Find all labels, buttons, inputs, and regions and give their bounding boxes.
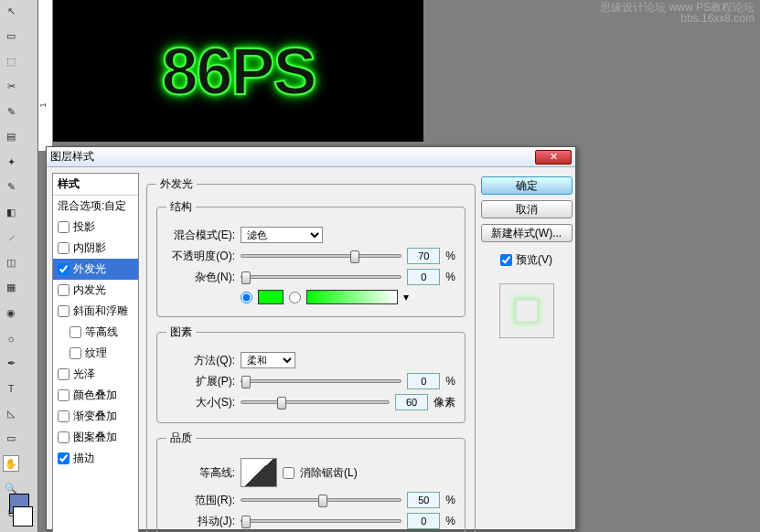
tool-eyedropper[interactable]: ✎ xyxy=(3,103,19,120)
preview-box xyxy=(499,283,554,338)
range-label: 范围(R): xyxy=(166,493,235,508)
tool-hand[interactable]: ✋ xyxy=(3,455,19,472)
style-list: 样式 混合选项:自定 投影 内阴影 外发光 内发光 斜面和浮雕 等高线 纹理 光… xyxy=(52,173,139,532)
new-style-button[interactable]: 新建样式(W)... xyxy=(481,224,573,242)
blend-options[interactable]: 混合选项:自定 xyxy=(53,196,138,217)
ok-button[interactable]: 确定 xyxy=(481,176,573,195)
jitter-input[interactable] xyxy=(407,513,440,529)
color-radio[interactable] xyxy=(241,292,252,303)
blendmode-select[interactable]: 滤色 xyxy=(241,227,323,243)
close-button[interactable]: ✕ xyxy=(535,150,572,165)
canvas[interactable]: 86PS xyxy=(53,0,423,142)
tool-shape[interactable]: ▭ xyxy=(3,431,19,447)
tool-pen[interactable]: ✒ xyxy=(3,355,19,371)
watermark: 思缘设计论坛 www PS教程论坛 bbs.16xx8.com xyxy=(600,2,755,24)
tool-history[interactable]: ⟋ xyxy=(3,229,19,246)
technique-select[interactable]: 柔和 xyxy=(241,352,295,368)
spread-label: 扩展(P): xyxy=(166,374,235,389)
vertical-ruler: 1 xyxy=(38,0,53,151)
style-patternoverlay[interactable]: 图案叠加 xyxy=(53,427,138,448)
outerglow-legend: 外发光 xyxy=(156,176,197,192)
tool-marquee[interactable]: ▭ xyxy=(3,28,19,45)
tool-heal[interactable]: ✦ xyxy=(3,154,19,170)
tool-lasso[interactable]: ⬚ xyxy=(3,53,19,69)
opacity-label: 不透明度(O): xyxy=(166,249,235,264)
tool-brush[interactable]: ✎ xyxy=(3,179,19,196)
range-slider[interactable] xyxy=(241,498,401,502)
size-input[interactable] xyxy=(395,394,428,410)
contour-picker[interactable] xyxy=(241,458,277,487)
antialias-checkbox[interactable] xyxy=(283,467,294,479)
tools-toolbar: ↖ ▭ ⬚ ✂ ✎ ▤ ✦ ✎ ◧ ⟋ ◫ ▦ ◉ ☼ ✒ T ◺ ▭ ✋ 🔍 … xyxy=(0,0,38,532)
tool-dodge[interactable]: ☼ xyxy=(3,330,19,346)
gradient-radio[interactable] xyxy=(289,292,301,303)
style-coloroverlay[interactable]: 颜色叠加 xyxy=(53,385,138,406)
dialog-title: 图层样式 xyxy=(50,149,94,165)
style-innershadow[interactable]: 内阴影 xyxy=(53,238,138,259)
style-innerglow[interactable]: 内发光 xyxy=(53,280,138,301)
noise-slider[interactable] xyxy=(241,275,401,279)
background-color[interactable] xyxy=(13,506,33,527)
noise-label: 杂色(N): xyxy=(166,270,235,285)
style-stroke[interactable]: 描边 xyxy=(53,448,138,469)
opacity-slider[interactable] xyxy=(241,254,401,258)
spread-input[interactable] xyxy=(407,373,440,389)
layer-style-dialog: 图层样式 ✕ 样式 混合选项:自定 投影 内阴影 外发光 内发光 斜面和浮雕 等… xyxy=(46,146,576,530)
outerglow-fieldset: 外发光 结构 混合模式(E): 滤色 不透明度(O): % 杂色(N): xyxy=(146,176,476,532)
quality-fieldset: 品质 等高线: 消除锯齿(L) 范围(R): % 抖动(J): xyxy=(156,431,466,532)
tool-blur[interactable]: ◉ xyxy=(3,304,19,321)
contour-label: 等高线: xyxy=(166,465,235,481)
structure-fieldset: 结构 混合模式(E): 滤色 不透明度(O): % 杂色(N): xyxy=(156,199,466,317)
dialog-right-panel: 确定 取消 新建样式(W)... 预览(V) xyxy=(483,173,570,532)
settings-panel: 外发光 结构 混合模式(E): 滤色 不透明度(O): % 杂色(N): xyxy=(143,173,479,532)
tool-crop[interactable]: ✂ xyxy=(3,79,19,95)
opacity-input[interactable] xyxy=(407,248,440,264)
style-contour[interactable]: 等高线 xyxy=(53,322,138,343)
size-label: 大小(S): xyxy=(166,395,235,410)
tool-quickselect[interactable]: ▤ xyxy=(3,129,19,145)
tool-stamp[interactable]: ◧ xyxy=(3,204,19,220)
glow-color-swatch[interactable] xyxy=(258,290,284,304)
preview-thumbnail xyxy=(514,298,540,324)
dropdown-icon[interactable]: ▾ xyxy=(403,291,409,303)
tool-gradient[interactable]: ▦ xyxy=(3,280,19,296)
cancel-button[interactable]: 取消 xyxy=(481,200,573,218)
color-swatches[interactable] xyxy=(0,494,38,527)
preview-checkbox[interactable] xyxy=(500,254,512,266)
style-list-header: 样式 xyxy=(53,174,138,196)
style-satin[interactable]: 光泽 xyxy=(53,364,138,385)
jitter-label: 抖动(J): xyxy=(166,514,235,529)
tool-move[interactable]: ↖ xyxy=(3,3,19,19)
jitter-slider[interactable] xyxy=(241,519,401,523)
technique-label: 方法(Q): xyxy=(166,353,235,368)
style-texture[interactable]: 纹理 xyxy=(53,343,138,364)
style-bevel[interactable]: 斜面和浮雕 xyxy=(53,301,138,322)
tool-eraser[interactable]: ◫ xyxy=(3,254,19,271)
style-dropshadow[interactable]: 投影 xyxy=(53,217,138,238)
neon-text: 86PS xyxy=(161,34,315,109)
style-gradientoverlay[interactable]: 渐变叠加 xyxy=(53,406,138,427)
tool-type[interactable]: T xyxy=(3,380,19,397)
style-outerglow[interactable]: 外发光 xyxy=(53,259,138,280)
blendmode-label: 混合模式(E): xyxy=(166,228,235,243)
dialog-titlebar[interactable]: 图层样式 ✕ xyxy=(47,147,575,167)
noise-input[interactable] xyxy=(407,269,440,285)
spread-slider[interactable] xyxy=(241,379,401,383)
elements-fieldset: 图素 方法(Q): 柔和 扩展(P): % 大小(S): xyxy=(156,325,466,423)
tool-path[interactable]: ◺ xyxy=(3,405,19,421)
glow-gradient[interactable] xyxy=(306,290,398,304)
size-slider[interactable] xyxy=(241,400,390,404)
range-input[interactable] xyxy=(407,492,440,508)
